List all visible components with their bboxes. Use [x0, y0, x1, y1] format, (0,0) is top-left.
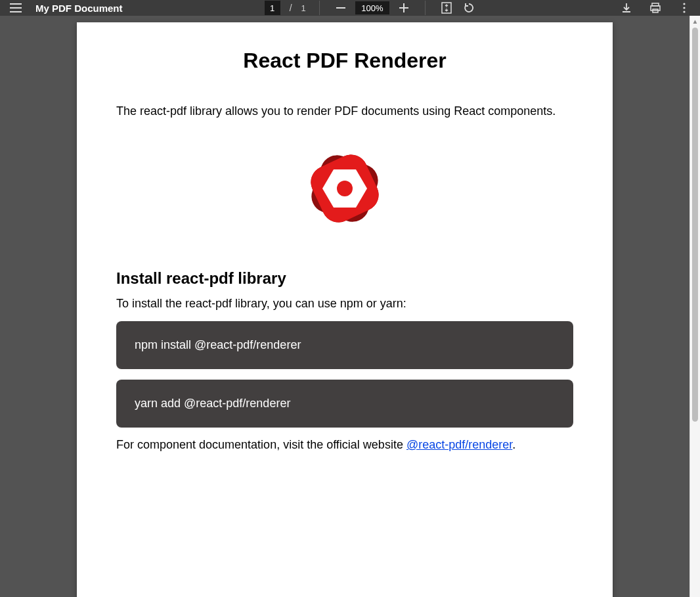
toolbar-divider	[319, 1, 320, 15]
svg-point-12	[337, 181, 353, 196]
svg-point-7	[683, 11, 685, 12]
document-title: My PDF Document	[35, 3, 123, 14]
page-separator: /	[290, 3, 292, 13]
pdf-viewer: My PDF Document / 1	[0, 0, 700, 597]
svg-point-5	[683, 3, 685, 5]
svg-rect-0	[336, 7, 345, 9]
pdf-page: React PDF Renderer The react-pdf library…	[77, 22, 613, 597]
page-area: React PDF Renderer The react-pdf library…	[0, 16, 700, 597]
scroll-up-arrow-icon[interactable]: ▲	[690, 16, 700, 26]
svg-point-6	[683, 7, 685, 9]
print-icon[interactable]	[647, 0, 663, 16]
rotate-icon[interactable]	[461, 0, 477, 16]
menu-icon[interactable]	[8, 0, 24, 16]
footnote: For component documentation, visit the o…	[116, 438, 573, 452]
zoom-in-button[interactable]	[396, 0, 412, 16]
section-subtext: To install the react-pdf library, you ca…	[116, 297, 573, 311]
zoom-input[interactable]	[359, 3, 385, 13]
page-title: React PDF Renderer	[116, 49, 573, 73]
vertical-scrollbar[interactable]: ▲ ▼	[689, 16, 700, 597]
zoom-out-button[interactable]	[333, 0, 349, 16]
footnote-prefix: For component documentation, visit the o…	[116, 438, 406, 451]
page-number-input[interactable]	[265, 1, 280, 15]
fit-page-icon[interactable]	[439, 0, 454, 16]
logo-wrap	[116, 139, 573, 238]
footnote-link[interactable]: @react-pdf/renderer	[406, 438, 512, 451]
svg-rect-3	[651, 6, 660, 11]
react-pdf-logo-icon	[299, 139, 391, 238]
more-icon[interactable]	[676, 0, 692, 16]
download-icon[interactable]	[619, 0, 634, 16]
section-heading: Install react-pdf library	[116, 269, 573, 288]
page-scroll[interactable]: React PDF Renderer The react-pdf library…	[0, 16, 689, 597]
intro-text: The react-pdf library allows you to rend…	[116, 104, 573, 118]
toolbar: My PDF Document / 1	[0, 0, 700, 16]
code-yarn: yarn add @react-pdf/renderer	[116, 380, 573, 428]
toolbar-divider	[425, 1, 426, 15]
scroll-thumb[interactable]	[692, 28, 698, 422]
page-total: 1	[301, 3, 306, 13]
code-npm: npm install @react-pdf/renderer	[116, 321, 573, 369]
footnote-suffix: .	[512, 438, 515, 451]
